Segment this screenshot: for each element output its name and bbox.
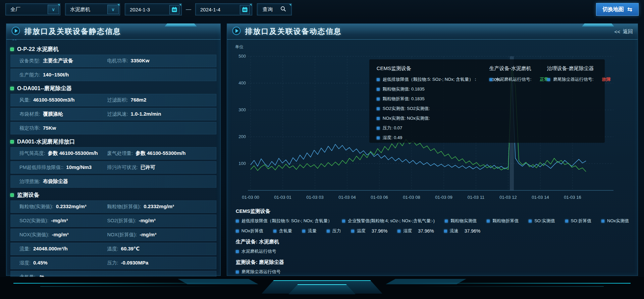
field-row: SO2(实测值):-mg/m³SO2(折算值):-mg/m³ — [10, 215, 216, 227]
legend-item[interactable]: NOx折算值 — [236, 228, 263, 234]
tooltip-treatment-item: 磨尾除尘器运行信号: 故障 — [547, 76, 611, 82]
legend-item-label: 磨尾除尘器运行信号 — [241, 269, 281, 275]
device-select[interactable]: 水泥磨机 ∨ — [65, 3, 120, 15]
y-tick-label: 500 — [238, 54, 246, 59]
back-arrows-icon: << — [614, 29, 620, 35]
tooltip-item: 压力: 0.07 — [377, 125, 489, 131]
switch-map-button[interactable]: 切换地图 ⇆ — [596, 3, 639, 16]
legend-item[interactable]: 超低排放限值（颗拉物:5: SOz-; NOx; 含氧量） — [236, 218, 332, 224]
x-tick-label: 01-03 11 — [468, 195, 484, 200]
section-title: DA001-水泥磨尾排放口 — [17, 138, 75, 145]
field: NOX(折算值):-mg/m³ — [107, 232, 216, 238]
legend-item[interactable]: 颗粒物折算值 — [487, 218, 519, 224]
tooltip-cems-header: CEMS监测设备 — [377, 65, 489, 72]
x-tick-label: 01-03 09 — [435, 195, 452, 200]
tooltip-item: NOx实测值: NOx实测值: — [377, 115, 489, 121]
field-row: 治理措施:布袋除尘器 — [10, 175, 216, 188]
legend-item-label: 颗粒物实测值 — [450, 218, 477, 224]
legend-item[interactable]: SO:实测值 — [529, 218, 555, 224]
bottom-sections: 生产设备: 水泥磨机水泥磨机运行信号监测设备: 磨尾除尘器磨尾除尘器运行信号 — [236, 239, 629, 275]
y-tick-label: 400 — [238, 80, 246, 85]
x-tick-label: 01-03 14 — [532, 195, 549, 200]
legend-square-icon — [327, 230, 330, 233]
field-value: -0.0930MPa — [121, 260, 149, 265]
field-value: 140~150t/h — [43, 72, 69, 77]
x-tick-label: 01-03 04 — [338, 195, 356, 200]
legend-item-label: 颗粒物折算值 — [492, 218, 519, 224]
field: SO2(折算值):-mg/m³ — [107, 218, 216, 224]
date-to-value: 2024-1-4 — [200, 7, 220, 12]
legend-item[interactable]: 颗粒物实测值 — [445, 218, 477, 224]
tooltip-item: 湿度: 0.49 — [377, 135, 489, 141]
legend-square-icon — [565, 220, 568, 223]
field-label: 风量: — [19, 97, 31, 103]
legend-item[interactable]: SO:折算值 — [565, 218, 591, 224]
plant-select[interactable]: 全厂 ∨ — [5, 3, 60, 15]
legend-square-icon — [547, 78, 550, 81]
field-label: 废气处理量: — [107, 150, 133, 157]
green-square-icon — [10, 193, 14, 197]
back-link[interactable]: << 返回 — [614, 28, 633, 35]
search-button[interactable]: 查询 — [257, 3, 292, 15]
legend-square-icon — [236, 220, 239, 223]
field: 废气处理量:参数 46100-55300m/h — [107, 150, 216, 157]
green-square-icon — [10, 87, 14, 90]
field-label: 生产能力: — [19, 72, 40, 78]
field-value: -mg/m³ — [51, 218, 68, 223]
legend-square-icon — [601, 220, 604, 223]
dashboard: 全厂 ∨ 水泥磨机 ∨ 2024-1-3 — 2024-1-4 查询 — [0, 0, 644, 299]
dynamic-info-header: 排放口及关联设备动态信息 << 返回 — [227, 24, 638, 40]
legend-item[interactable]: 湿度37.96% — [397, 228, 434, 234]
legend-item[interactable]: 磨尾除尘器运行信号 — [236, 269, 281, 275]
field-value: 1.0-1.2m/min — [131, 111, 161, 117]
legend-item[interactable]: 水泥磨机运行信号 — [236, 248, 276, 254]
field-label: SO2(实测值): — [19, 218, 48, 224]
section-title: 监测设备 — [17, 191, 39, 199]
legend-item-label: 超低排放限值（颗拉物:5: SOz-; NOx; 含氧量） — [241, 218, 332, 224]
field: 布袋材质:覆膜涤纶 — [11, 111, 107, 117]
dynamic-info-title: 排放口及关联设备动态信息 — [245, 26, 342, 37]
legend-item-label: NOx实测值 — [607, 218, 629, 224]
legend-item[interactable]: NOx实测值 — [601, 218, 629, 224]
field-value: 覆膜涤纶 — [43, 111, 63, 117]
tooltip-production-header: 生产设备-水泥磨机 — [489, 65, 547, 72]
field-value: 0.45% — [33, 260, 48, 265]
legend-row: 磨尾除尘器运行信号 — [236, 269, 629, 275]
field: 温度:60.39℃ — [107, 246, 216, 252]
date-range-separator: — — [186, 6, 191, 12]
tooltip-item-label: 颗粒物实测值: 0.1835 — [383, 86, 425, 92]
footer-wing-shape — [178, 279, 258, 284]
field: 设备类型:主要生产设备 — [11, 58, 107, 64]
section-row: O-P-22 水泥磨机 — [10, 44, 216, 55]
date-to-input[interactable]: 2024-1-4 — [195, 3, 252, 15]
legend-item[interactable]: 企业预警值(颗粒物:4; sOz-; NOx-;含氧气量:-) — [342, 218, 435, 224]
field: 电机功率:3350Kw — [107, 58, 216, 64]
field-value: 3350Kw — [131, 58, 150, 63]
legend-square-icon — [487, 220, 490, 223]
cems-legend-header: CEMS监测设备 — [236, 208, 629, 215]
legend-item-label: NOx折算值 — [241, 228, 263, 234]
field-row: 湿度:0.45%压力:-0.0930MPa — [10, 257, 216, 269]
field-value: 主要生产设备 — [43, 58, 73, 64]
swap-arrows-icon: ⇆ — [627, 6, 632, 13]
status-fault: 故障 — [602, 76, 610, 82]
legend-square-icon — [377, 98, 380, 101]
calendar-icon[interactable] — [240, 5, 250, 14]
chevron-down-icon[interactable]: ∨ — [107, 5, 119, 14]
legend-square-icon — [444, 230, 447, 233]
legend-item[interactable]: 含氧量 — [273, 228, 292, 234]
legend-item-label: SO:实测值 — [534, 218, 555, 224]
legend-item-value: 37.96% — [418, 228, 434, 234]
field: 过滤面积:768m2 — [107, 97, 216, 103]
field-label: 排污许可状况: — [107, 164, 138, 171]
legend-item[interactable]: 压力 — [327, 228, 341, 234]
legend-item[interactable]: 温度37.96% — [351, 228, 387, 234]
legend-item[interactable]: 流速37.96% — [444, 228, 480, 234]
legend-item[interactable]: 流量 — [302, 228, 317, 234]
y-tick-label: 300 — [238, 107, 246, 112]
field: 流量:24048.000m³/h — [11, 246, 107, 252]
chevron-down-icon[interactable]: ∨ — [48, 5, 59, 14]
calendar-icon[interactable] — [169, 5, 179, 14]
date-from-value: 2024-1-3 — [130, 7, 150, 12]
date-from-input[interactable]: 2024-1-3 — [125, 3, 182, 15]
